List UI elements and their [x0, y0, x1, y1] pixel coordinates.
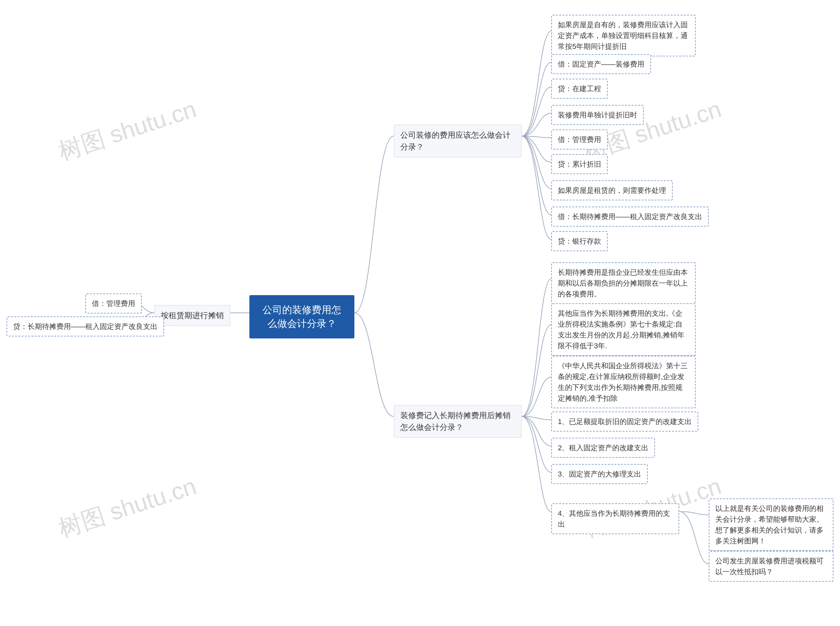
mindmap-canvas: 树图 shutu.cn 树图 shutu.cn 树图 shutu.cn 树图 s…: [0, 0, 840, 626]
b1-leaf-2[interactable]: 借：固定资产——装修费用: [551, 54, 651, 74]
b1-leaf-4[interactable]: 装修费用单独计提折旧时: [551, 105, 644, 125]
b1-leaf-5[interactable]: 借：管理费用: [551, 130, 608, 150]
left-leaf-debit[interactable]: 借：管理费用: [85, 294, 142, 313]
b2-leaf-4[interactable]: 1、已足额提取折旧的固定资产的改建支出: [551, 412, 698, 432]
left-leaf-credit[interactable]: 贷：长期待摊费用——租入固定资产改良支出: [6, 316, 164, 336]
b1-leaf-7[interactable]: 如果房屋是租赁的，则需要作处理: [551, 180, 673, 200]
b1-leaf-1[interactable]: 如果房屋是自有的，装修费用应该计入固定资产成本，单独设置明细科目核算，通常按5年…: [551, 15, 696, 56]
b2-leaf-6[interactable]: 3、固定资产的大修理支出: [551, 464, 648, 484]
right-branch-1[interactable]: 公司装修的费用应该怎么做会计分录？: [394, 125, 522, 157]
left-branch[interactable]: 按租赁期进行摊销: [154, 305, 230, 326]
b2-leaf-1[interactable]: 长期待摊费用是指企业已经发生但应由本期和以后各期负担的分摊期限在一年以上的各项费…: [551, 262, 696, 304]
b1-leaf-8[interactable]: 借：长期待摊费用——租入固定资产改良支出: [551, 207, 709, 227]
b1-leaf-6[interactable]: 贷：累计折旧: [551, 154, 608, 174]
b2-leaf-7[interactable]: 4、其他应当作为长期待摊费用的支出: [551, 503, 679, 534]
b2-7-grandchild-1[interactable]: 以上就是有关公司的装修费用的相关会计分录，希望能够帮助大家。想了解更多相关的会计…: [709, 498, 834, 551]
watermark: 树图 shutu.cn: [55, 94, 201, 167]
b2-7-grandchild-2[interactable]: 公司发生房屋装修费用进项税额可以一次性抵扣吗？: [709, 551, 834, 582]
b1-leaf-9[interactable]: 贷：银行存款: [551, 231, 608, 251]
b2-leaf-3[interactable]: 《中华人民共和国企业所得税法》第十三条的规定,在计算应纳税所得额时,企业发生的下…: [551, 356, 696, 408]
watermark: 树图 shutu.cn: [55, 471, 201, 545]
b1-leaf-3[interactable]: 贷：在建工程: [551, 79, 608, 99]
b2-leaf-2[interactable]: 其他应当作为长期待摊费用的支出,《企业所得税法实施条例》第七十条规定:自支出发生…: [551, 303, 696, 356]
right-branch-2[interactable]: 装修费记入长期待摊费用后摊销怎么做会计分录？: [394, 405, 522, 438]
b2-leaf-5[interactable]: 2、租入固定资产的改建支出: [551, 438, 655, 458]
root-node[interactable]: 公司的装修费用怎么做会计分录？: [249, 295, 354, 338]
